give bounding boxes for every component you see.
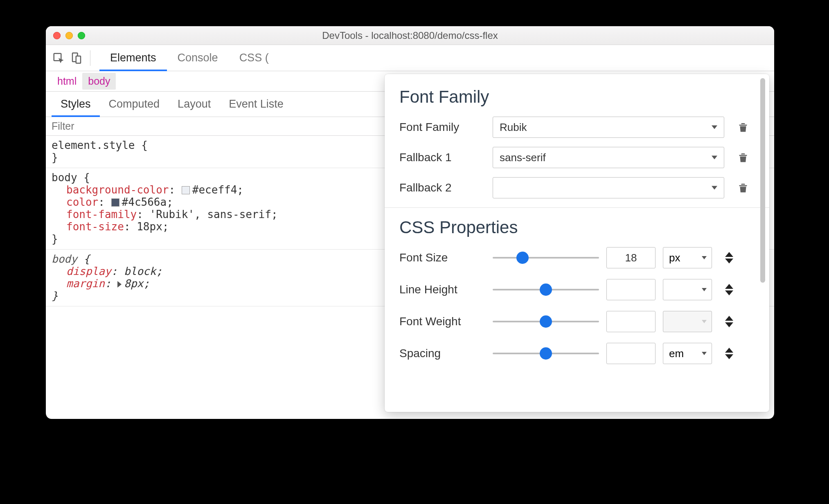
line-height-row: Line Height — [399, 279, 755, 300]
spacing-slider[interactable] — [493, 349, 599, 358]
subtab-event-listeners[interactable]: Event Liste — [220, 92, 293, 117]
chevron-down-icon — [712, 126, 717, 129]
tab-css-overview[interactable]: CSS ( — [229, 45, 279, 71]
caret-down-icon[interactable] — [725, 259, 733, 263]
font-size-row: Font Size 18 px — [399, 247, 755, 268]
chevron-down-icon — [702, 320, 707, 323]
inspect-element-icon[interactable] — [52, 51, 65, 65]
css-property: color — [66, 196, 98, 208]
font-size-stepper[interactable] — [719, 252, 739, 263]
caret-up-icon[interactable] — [725, 284, 733, 289]
svg-rect-2 — [76, 56, 81, 63]
fallback-2-label: Fallback 2 — [399, 181, 485, 194]
slider-thumb[interactable] — [516, 252, 529, 264]
devtools-window: DevTools - localhost:8080/demo/css-flex … — [46, 26, 774, 419]
selector: element.style — [52, 139, 135, 151]
chevron-down-icon — [712, 156, 717, 160]
section-title-font-family: Font Family — [399, 87, 755, 107]
css-property: font-family — [66, 208, 137, 220]
font-family-label: Font Family — [399, 121, 485, 134]
font-size-unit-select[interactable]: px — [663, 247, 712, 268]
color-swatch-icon[interactable] — [111, 198, 119, 207]
spacing-stepper[interactable] — [719, 348, 739, 359]
chevron-down-icon — [712, 186, 717, 190]
font-weight-label: Font Weight — [399, 315, 485, 328]
slider-thumb[interactable] — [540, 284, 552, 296]
css-property: background-color — [66, 184, 169, 196]
caret-up-icon[interactable] — [725, 348, 733, 353]
minimize-icon[interactable] — [65, 32, 73, 39]
subtab-computed[interactable]: Computed — [100, 92, 169, 117]
font-size-slider[interactable] — [493, 253, 599, 263]
fallback-1-select[interactable]: sans-serif — [493, 147, 724, 168]
caret-down-icon[interactable] — [725, 322, 733, 327]
font-weight-unit-select — [663, 311, 712, 332]
zoom-icon[interactable] — [78, 32, 85, 39]
css-property: margin — [66, 277, 105, 290]
font-editor-panel: Font Family Font Family Rubik Fallback 1… — [385, 74, 769, 412]
fallback-2-select[interactable] — [493, 177, 724, 198]
fallback-1-label: Fallback 1 — [399, 151, 485, 164]
css-property: font-size — [66, 220, 124, 233]
panel-tabs: Elements Console CSS ( — [99, 45, 279, 71]
slider-thumb[interactable] — [540, 347, 552, 360]
line-height-stepper[interactable] — [719, 284, 739, 295]
css-value: 'Rubik', sans-serif — [150, 208, 271, 220]
window-title: DevTools - localhost:8080/demo/css-flex — [46, 30, 774, 41]
font-size-label: Font Size — [399, 251, 485, 264]
font-family-row: Font Family Rubik — [399, 117, 755, 138]
breadcrumb-body[interactable]: body — [82, 73, 116, 90]
selector: body — [52, 171, 77, 184]
fallback-2-row: Fallback 2 — [399, 177, 755, 198]
chevron-down-icon — [702, 352, 707, 355]
subtab-layout[interactable]: Layout — [169, 92, 220, 117]
tab-console[interactable]: Console — [167, 45, 229, 71]
css-value: 18px — [137, 220, 162, 233]
font-size-input[interactable]: 18 — [606, 247, 656, 268]
titlebar: DevTools - localhost:8080/demo/css-flex — [46, 26, 774, 45]
trash-icon[interactable] — [737, 151, 749, 164]
spacing-input[interactable] — [606, 343, 656, 364]
close-icon[interactable] — [53, 32, 61, 39]
caret-up-icon[interactable] — [725, 316, 733, 321]
caret-down-icon[interactable] — [725, 290, 733, 295]
font-weight-stepper[interactable] — [719, 316, 739, 327]
css-value: 8px — [124, 277, 143, 290]
select-value: Rubik — [500, 121, 527, 134]
spacing-label: Spacing — [399, 347, 485, 360]
css-property: display — [66, 265, 111, 277]
select-value: sans-serif — [500, 151, 546, 164]
spacing-unit-select[interactable]: em — [663, 343, 712, 364]
breadcrumb-html[interactable]: html — [52, 73, 82, 90]
font-weight-input[interactable] — [606, 311, 656, 332]
slider-thumb[interactable] — [540, 315, 552, 328]
device-toggle-icon[interactable] — [70, 51, 83, 65]
toolbar-divider — [90, 50, 90, 66]
tab-elements[interactable]: Elements — [99, 45, 167, 71]
spacing-row: Spacing em — [399, 343, 755, 364]
font-weight-row: Font Weight — [399, 311, 755, 332]
select-value: em — [669, 347, 684, 360]
css-value: block — [124, 265, 156, 277]
css-value: #eceff4 — [192, 184, 237, 196]
caret-up-icon[interactable] — [725, 252, 733, 257]
select-value: px — [669, 252, 680, 264]
chevron-down-icon — [702, 256, 707, 259]
caret-down-icon[interactable] — [725, 354, 733, 359]
line-height-unit-select[interactable] — [663, 279, 712, 300]
fallback-1-row: Fallback 1 sans-serif — [399, 147, 755, 168]
divider — [385, 207, 769, 208]
font-family-select[interactable]: Rubik — [493, 117, 724, 138]
line-height-label: Line Height — [399, 283, 485, 296]
traffic-lights — [46, 32, 85, 39]
trash-icon[interactable] — [737, 120, 749, 134]
css-value: #4c566a — [122, 196, 167, 208]
trash-icon[interactable] — [737, 181, 749, 195]
expand-shorthand-icon[interactable] — [117, 281, 122, 288]
line-height-input[interactable] — [606, 279, 656, 300]
line-height-slider[interactable] — [493, 285, 599, 295]
color-swatch-icon[interactable] — [182, 186, 190, 194]
subtab-styles[interactable]: Styles — [52, 92, 100, 117]
font-weight-slider[interactable] — [493, 317, 599, 326]
selector: body — [52, 253, 77, 265]
